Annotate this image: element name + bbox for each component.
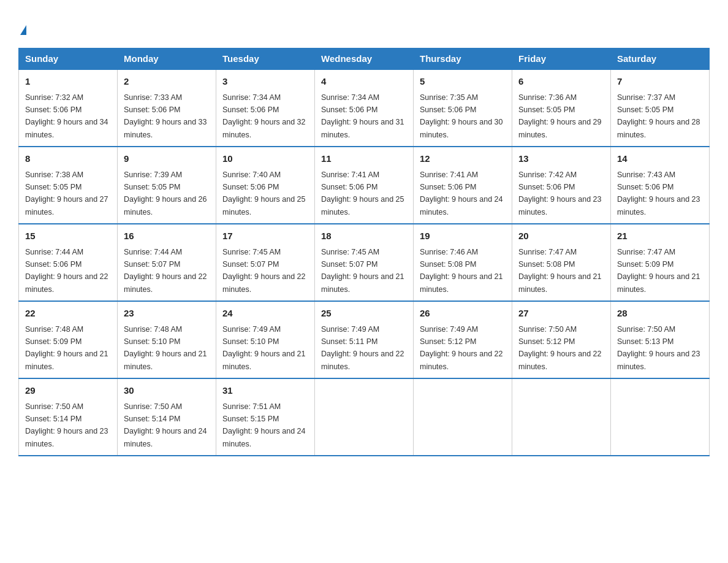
- day-number: 16: [124, 229, 210, 243]
- day-cell: 7Sunrise: 7:37 AMSunset: 5:05 PMDaylight…: [611, 69, 710, 147]
- day-cell: 24Sunrise: 7:49 AMSunset: 5:10 PMDayligh…: [216, 301, 315, 378]
- day-info: Sunrise: 7:44 AMSunset: 5:06 PMDaylight:…: [25, 248, 108, 294]
- week-row-2: 8Sunrise: 7:38 AMSunset: 5:05 PMDaylight…: [19, 147, 710, 224]
- day-cell: [611, 378, 710, 456]
- day-info: Sunrise: 7:43 AMSunset: 5:06 PMDaylight:…: [617, 170, 700, 216]
- day-info: Sunrise: 7:50 AMSunset: 5:13 PMDaylight:…: [617, 325, 700, 371]
- day-info: Sunrise: 7:34 AMSunset: 5:06 PMDaylight:…: [321, 93, 404, 139]
- day-cell: 27Sunrise: 7:50 AMSunset: 5:12 PMDayligh…: [512, 301, 611, 378]
- day-info: Sunrise: 7:50 AMSunset: 5:14 PMDaylight:…: [25, 402, 108, 448]
- day-cell: 26Sunrise: 7:49 AMSunset: 5:12 PMDayligh…: [414, 301, 512, 378]
- day-info: Sunrise: 7:45 AMSunset: 5:07 PMDaylight:…: [321, 248, 404, 294]
- day-cell: 12Sunrise: 7:41 AMSunset: 5:06 PMDayligh…: [414, 147, 512, 224]
- day-number: 4: [321, 75, 407, 89]
- day-cell: 2Sunrise: 7:33 AMSunset: 5:06 PMDaylight…: [118, 69, 216, 147]
- day-info: Sunrise: 7:49 AMSunset: 5:12 PMDaylight:…: [420, 325, 503, 371]
- day-number: 17: [222, 229, 308, 243]
- day-cell: 16Sunrise: 7:44 AMSunset: 5:07 PMDayligh…: [118, 224, 216, 301]
- day-number: 15: [25, 229, 111, 243]
- day-number: 20: [518, 229, 604, 243]
- day-info: Sunrise: 7:45 AMSunset: 5:07 PMDaylight:…: [222, 248, 306, 294]
- week-row-4: 22Sunrise: 7:48 AMSunset: 5:09 PMDayligh…: [19, 301, 710, 378]
- header-cell-wednesday: Wednesday: [315, 48, 414, 70]
- day-info: Sunrise: 7:51 AMSunset: 5:15 PMDaylight:…: [222, 402, 306, 448]
- day-cell: 8Sunrise: 7:38 AMSunset: 5:05 PMDaylight…: [19, 147, 118, 224]
- day-number: 24: [222, 307, 308, 321]
- day-cell: 29Sunrise: 7:50 AMSunset: 5:14 PMDayligh…: [19, 378, 118, 456]
- day-cell: 14Sunrise: 7:43 AMSunset: 5:06 PMDayligh…: [611, 147, 710, 224]
- day-number: 28: [617, 307, 703, 321]
- logo-triangle-icon: [20, 25, 26, 35]
- day-cell: 4Sunrise: 7:34 AMSunset: 5:06 PMDaylight…: [315, 69, 414, 147]
- day-info: Sunrise: 7:37 AMSunset: 5:05 PMDaylight:…: [617, 93, 700, 139]
- day-number: 21: [617, 229, 703, 243]
- day-number: 3: [222, 75, 308, 89]
- day-number: 8: [25, 152, 111, 166]
- day-info: Sunrise: 7:49 AMSunset: 5:10 PMDaylight:…: [222, 325, 306, 371]
- day-cell: 18Sunrise: 7:45 AMSunset: 5:07 PMDayligh…: [315, 224, 414, 301]
- day-cell: 5Sunrise: 7:35 AMSunset: 5:06 PMDaylight…: [414, 69, 512, 147]
- day-cell: 11Sunrise: 7:41 AMSunset: 5:06 PMDayligh…: [315, 147, 414, 224]
- day-number: 27: [518, 307, 604, 321]
- calendar-header: SundayMondayTuesdayWednesdayThursdayFrid…: [19, 48, 710, 70]
- day-number: 30: [124, 384, 210, 398]
- day-info: Sunrise: 7:41 AMSunset: 5:06 PMDaylight:…: [420, 170, 503, 216]
- day-number: 10: [222, 152, 308, 166]
- day-cell: [414, 378, 512, 456]
- header-cell-friday: Friday: [512, 48, 611, 70]
- day-info: Sunrise: 7:36 AMSunset: 5:05 PMDaylight:…: [518, 93, 602, 139]
- header-row: SundayMondayTuesdayWednesdayThursdayFrid…: [19, 48, 710, 70]
- day-cell: 25Sunrise: 7:49 AMSunset: 5:11 PMDayligh…: [315, 301, 414, 378]
- day-number: 22: [25, 307, 111, 321]
- day-info: Sunrise: 7:48 AMSunset: 5:09 PMDaylight:…: [25, 325, 108, 371]
- day-info: Sunrise: 7:50 AMSunset: 5:12 PMDaylight:…: [518, 325, 602, 371]
- day-cell: 21Sunrise: 7:47 AMSunset: 5:09 PMDayligh…: [611, 224, 710, 301]
- day-info: Sunrise: 7:40 AMSunset: 5:06 PMDaylight:…: [222, 170, 306, 216]
- day-cell: 9Sunrise: 7:39 AMSunset: 5:05 PMDaylight…: [118, 147, 216, 224]
- day-number: 14: [617, 152, 703, 166]
- day-cell: 20Sunrise: 7:47 AMSunset: 5:08 PMDayligh…: [512, 224, 611, 301]
- day-info: Sunrise: 7:35 AMSunset: 5:06 PMDaylight:…: [420, 93, 503, 139]
- week-row-3: 15Sunrise: 7:44 AMSunset: 5:06 PMDayligh…: [19, 224, 710, 301]
- day-number: 19: [420, 229, 506, 243]
- day-info: Sunrise: 7:39 AMSunset: 5:05 PMDaylight:…: [124, 170, 207, 216]
- day-number: 13: [518, 152, 604, 166]
- header-cell-monday: Monday: [118, 48, 216, 70]
- day-info: Sunrise: 7:50 AMSunset: 5:14 PMDaylight:…: [124, 402, 207, 448]
- day-number: 1: [25, 75, 111, 89]
- day-cell: 22Sunrise: 7:48 AMSunset: 5:09 PMDayligh…: [19, 301, 118, 378]
- logo-general-line: [18, 18, 26, 36]
- day-cell: 13Sunrise: 7:42 AMSunset: 5:06 PMDayligh…: [512, 147, 611, 224]
- header-cell-saturday: Saturday: [611, 48, 710, 70]
- header-cell-thursday: Thursday: [414, 48, 512, 70]
- week-row-1: 1Sunrise: 7:32 AMSunset: 5:06 PMDaylight…: [19, 69, 710, 147]
- calendar-body: 1Sunrise: 7:32 AMSunset: 5:06 PMDaylight…: [19, 69, 710, 456]
- day-info: Sunrise: 7:48 AMSunset: 5:10 PMDaylight:…: [124, 325, 207, 371]
- day-number: 26: [420, 307, 506, 321]
- logo: [18, 18, 26, 36]
- day-cell: [315, 378, 414, 456]
- day-number: 25: [321, 307, 407, 321]
- day-info: Sunrise: 7:47 AMSunset: 5:08 PMDaylight:…: [518, 248, 602, 294]
- day-info: Sunrise: 7:46 AMSunset: 5:08 PMDaylight:…: [420, 248, 503, 294]
- header-cell-tuesday: Tuesday: [216, 48, 315, 70]
- page-header: [18, 18, 710, 36]
- day-cell: 3Sunrise: 7:34 AMSunset: 5:06 PMDaylight…: [216, 69, 315, 147]
- day-info: Sunrise: 7:33 AMSunset: 5:06 PMDaylight:…: [124, 93, 207, 139]
- day-number: 2: [124, 75, 210, 89]
- day-cell: 23Sunrise: 7:48 AMSunset: 5:10 PMDayligh…: [118, 301, 216, 378]
- calendar-table: SundayMondayTuesdayWednesdayThursdayFrid…: [18, 48, 710, 456]
- day-number: 31: [222, 384, 308, 398]
- day-cell: 6Sunrise: 7:36 AMSunset: 5:05 PMDaylight…: [512, 69, 611, 147]
- day-number: 11: [321, 152, 407, 166]
- week-row-5: 29Sunrise: 7:50 AMSunset: 5:14 PMDayligh…: [19, 378, 710, 456]
- day-number: 18: [321, 229, 407, 243]
- day-number: 9: [124, 152, 210, 166]
- day-number: 29: [25, 384, 111, 398]
- day-cell: 15Sunrise: 7:44 AMSunset: 5:06 PMDayligh…: [19, 224, 118, 301]
- day-info: Sunrise: 7:32 AMSunset: 5:06 PMDaylight:…: [25, 93, 108, 139]
- day-info: Sunrise: 7:41 AMSunset: 5:06 PMDaylight:…: [321, 170, 404, 216]
- day-number: 5: [420, 75, 506, 89]
- day-cell: 10Sunrise: 7:40 AMSunset: 5:06 PMDayligh…: [216, 147, 315, 224]
- day-cell: 31Sunrise: 7:51 AMSunset: 5:15 PMDayligh…: [216, 378, 315, 456]
